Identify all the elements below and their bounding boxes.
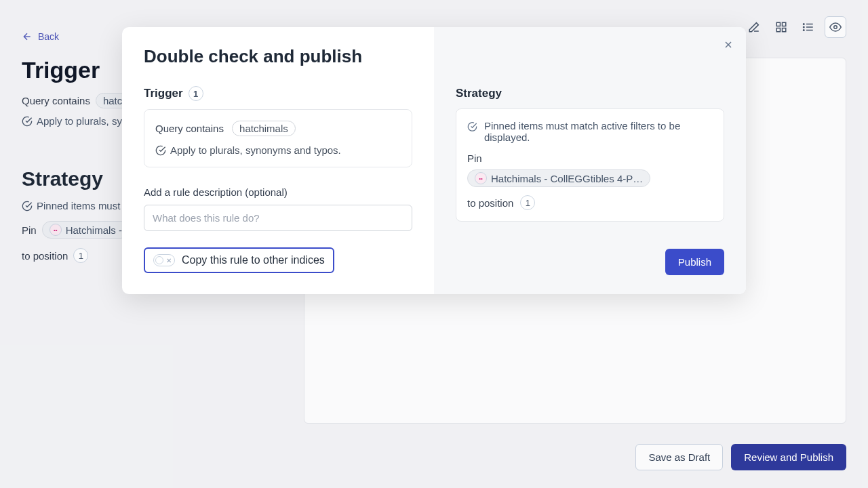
to-position-label: to position <box>467 197 513 209</box>
publish-modal: Double check and publish Trigger 1 Query… <box>122 27 746 294</box>
copy-rule-label: Copy this rule to other indices <box>182 254 325 266</box>
trigger-card: Query contains hatchimals Apply to plura… <box>144 109 412 167</box>
description-input[interactable] <box>144 205 412 231</box>
strategy-section-title: Strategy <box>456 87 724 100</box>
copy-rule-toggle-group[interactable]: ✕ Copy this rule to other indices <box>144 247 334 273</box>
to-position-row: to position 1 <box>467 195 713 210</box>
check-circle-icon <box>155 145 166 156</box>
query-contains-label: Query contains <box>155 123 224 134</box>
modal-right-panel: Strategy Pinned items must match active … <box>434 27 746 294</box>
close-button[interactable] <box>723 39 734 50</box>
pinned-item-label: Hatchimals - CollEGGtibles 4-P… <box>491 173 643 184</box>
pin-label: Pin <box>467 152 713 164</box>
modal-title: Double check and publish <box>144 46 412 67</box>
description-label: Add a rule description (optional) <box>144 186 412 198</box>
trigger-label: Trigger <box>144 87 183 100</box>
close-icon: ✕ <box>166 257 172 264</box>
pinned-item-chip: •• Hatchimals - CollEGGtibles 4-P… <box>467 169 650 187</box>
pin-chip-row: •• Hatchimals - CollEGGtibles 4-P… <box>467 169 713 187</box>
publish-row: Publish <box>456 222 724 275</box>
position-badge: 1 <box>520 195 535 210</box>
info-row: Pinned items must match active filters t… <box>467 120 713 143</box>
query-contains-row: Query contains hatchimals <box>155 121 401 136</box>
publish-button[interactable]: Publish <box>665 249 724 275</box>
strategy-label: Strategy <box>456 87 502 100</box>
query-tag: hatchimals <box>232 121 296 136</box>
toggle-switch[interactable]: ✕ <box>153 254 175 266</box>
check-circle-icon <box>467 121 477 132</box>
item-icon: •• <box>475 172 487 184</box>
apply-label: Apply to plurals, synonyms and typos. <box>170 144 341 156</box>
strategy-card: Pinned items must match active filters t… <box>456 108 724 222</box>
modal-left-panel: Double check and publish Trigger 1 Query… <box>122 27 434 294</box>
apply-row: Apply to plurals, synonyms and typos. <box>155 144 401 156</box>
trigger-section-title: Trigger 1 <box>144 86 412 101</box>
info-text: Pinned items must match active filters t… <box>484 120 713 143</box>
close-icon <box>723 39 734 50</box>
trigger-count-badge: 1 <box>189 86 203 101</box>
